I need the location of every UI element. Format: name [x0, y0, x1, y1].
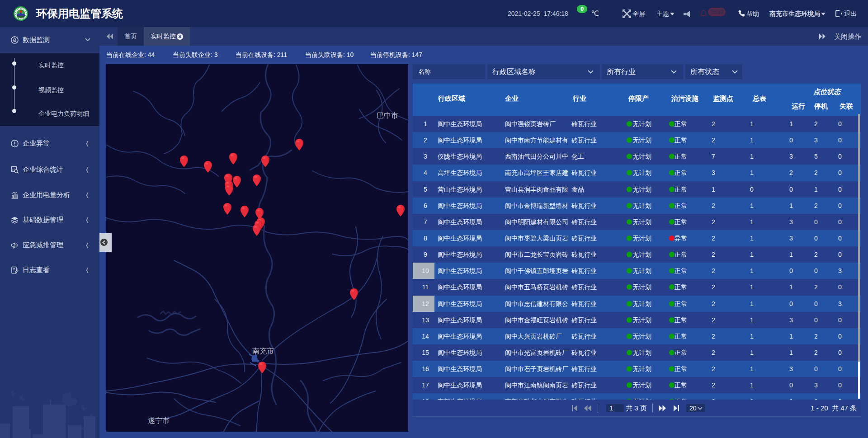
svg-text:南充市: 南充市: [252, 347, 274, 355]
svg-text:遂宁市: 遂宁市: [148, 417, 170, 424]
svg-text:巴中市: 巴中市: [377, 112, 398, 119]
